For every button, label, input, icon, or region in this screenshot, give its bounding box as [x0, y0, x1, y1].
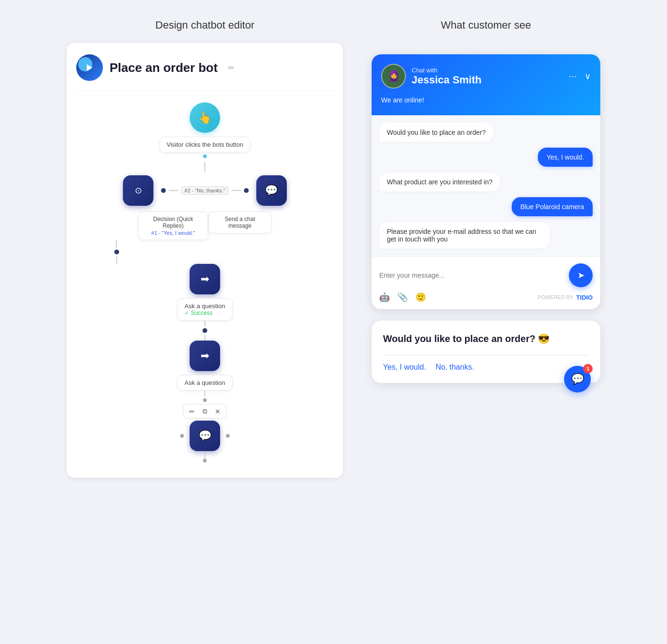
- emoji-icon[interactable]: 🙂: [415, 292, 426, 302]
- msg-2: Yes, I would.: [538, 148, 593, 167]
- bottom-message-icon: 💬: [199, 430, 212, 442]
- decision-node[interactable]: ⊙: [123, 175, 153, 206]
- connector-line-1: [204, 162, 205, 171]
- play-icon: [87, 64, 92, 71]
- ask-question-icon-2: ➡: [201, 350, 209, 362]
- popup-divider: [383, 355, 589, 355]
- bot-title: Place an order bot: [110, 60, 218, 75]
- chat-input-area: ➤ 🤖 📎 🙂 POWERED BY TIDIO: [372, 256, 600, 309]
- action-toolbar: ✏ ⧉ ✕: [183, 404, 227, 419]
- delete-action-btn[interactable]: ✕: [213, 406, 222, 416]
- send-message-label: Send a chat message: [208, 211, 272, 233]
- trigger-icon: 👆: [198, 111, 212, 124]
- send-icon: ➤: [577, 270, 585, 281]
- decision-branch-no: #2 - "No, thanks.": [161, 186, 248, 195]
- chat-widget: 🧕 Chat with Jessica Smith ⋯ ∨ We are onl…: [372, 54, 600, 309]
- send-button[interactable]: ➤: [569, 263, 593, 287]
- ask-question-icon-1: ➡: [201, 273, 209, 285]
- copy-action-btn[interactable]: ⧉: [201, 406, 209, 416]
- popup-message: Would you like to place an order? 😎: [383, 332, 589, 345]
- powered-by: POWERED BY TIDIO: [538, 294, 593, 301]
- ask-question-node-1[interactable]: ➡: [190, 264, 220, 294]
- chat-input-row: ➤: [379, 263, 593, 287]
- chat-fab-icon: 💬: [571, 373, 584, 385]
- decision-row: ⊙ #2 - "No, thanks." 💬: [76, 175, 334, 206]
- success-status: ✓ Success: [184, 310, 225, 316]
- chat-messages: Would you like to place an order? Yes, I…: [372, 115, 600, 256]
- left-connector-dot: [180, 434, 184, 438]
- msg-1: Would you like to place an order?: [379, 123, 494, 142]
- ask-question-node-2[interactable]: ➡: [190, 341, 220, 371]
- chat-fab-button[interactable]: 💬 1: [564, 366, 591, 392]
- flow-container: 👆 Visitor clicks the bots button ⊙ #2 - …: [76, 102, 334, 463]
- right-connector-dot: [226, 434, 230, 438]
- chat-toolbar: 🤖 📎 🙂 POWERED BY TIDIO: [379, 292, 593, 302]
- online-status: We are online!: [381, 96, 591, 104]
- ask-question-label-1: Ask a question ✓ Success: [177, 298, 232, 321]
- trigger-label: Visitor clicks the bots button: [160, 137, 251, 152]
- message-icon: 💬: [265, 184, 278, 197]
- chat-header-actions: ⋯ ∨: [568, 71, 591, 81]
- attach-icon[interactable]: 📎: [397, 292, 408, 302]
- decision-yes-label: #1 - "Yes, I would.": [145, 230, 201, 236]
- agent-label: Chat with: [412, 67, 482, 74]
- msg-3: What product are you interested in?: [379, 172, 500, 191]
- agent-info: Chat with Jessica Smith: [412, 67, 482, 86]
- connector-dot-1: [203, 154, 207, 158]
- edit-bot-icon[interactable]: ✏: [228, 63, 234, 72]
- minimize-icon[interactable]: ∨: [585, 71, 591, 81]
- trigger-node[interactable]: 👆: [190, 102, 220, 133]
- bot-toolbar-icon[interactable]: 🤖: [379, 292, 390, 302]
- chat-popup: Would you like to place an order? 😎 Yes,…: [372, 321, 600, 383]
- reply-no[interactable]: No, thanks.: [435, 363, 474, 372]
- chat-header-top: 🧕 Chat with Jessica Smith ⋯ ∨: [381, 64, 591, 89]
- decision-node-label: Decision (Quick Replies) #1 - "Yes, I wo…: [138, 211, 208, 240]
- editor-card: Place an order bot ✏ 👆 Visitor clicks th…: [67, 43, 343, 478]
- left-section-title: Design chatbot editor: [155, 19, 254, 31]
- ask-question-label-2: Ask a question: [177, 375, 232, 391]
- agent-name: Jessica Smith: [412, 74, 482, 86]
- fab-notification-badge: 1: [583, 364, 593, 373]
- edit-action-btn[interactable]: ✏: [187, 406, 197, 416]
- popup-replies: Yes, I would. No, thanks.: [383, 363, 589, 372]
- chat-header: 🧕 Chat with Jessica Smith ⋯ ∨ We are onl…: [372, 54, 600, 115]
- decision-icon: ⊙: [135, 185, 142, 196]
- msg-4: Blue Polaroid camera: [512, 197, 593, 216]
- main-layout: Design chatbot editor Place an order bot…: [29, 19, 638, 478]
- right-section-title: What customer see: [441, 19, 531, 31]
- more-options-icon[interactable]: ⋯: [568, 71, 577, 81]
- bot-header: Place an order bot ✏: [76, 54, 334, 91]
- decision-no-badge: #2 - "No, thanks.": [181, 186, 228, 195]
- chat-avatar-info: 🧕 Chat with Jessica Smith: [381, 64, 482, 89]
- msg-5: Please provide your e-mail address so th…: [379, 222, 550, 249]
- tidio-logo: TIDIO: [576, 294, 593, 301]
- right-panel: What customer see 🧕 Chat with Jessica Sm…: [372, 19, 600, 478]
- send-message-node[interactable]: 💬: [256, 175, 287, 206]
- bot-icon: [76, 54, 103, 81]
- reply-yes[interactable]: Yes, I would.: [383, 363, 426, 372]
- left-panel: Design chatbot editor Place an order bot…: [67, 19, 343, 478]
- bottom-message-node[interactable]: 💬: [190, 421, 220, 451]
- bottom-node-row: 💬: [180, 421, 230, 451]
- chat-input[interactable]: [379, 272, 564, 279]
- agent-avatar: 🧕: [381, 64, 406, 89]
